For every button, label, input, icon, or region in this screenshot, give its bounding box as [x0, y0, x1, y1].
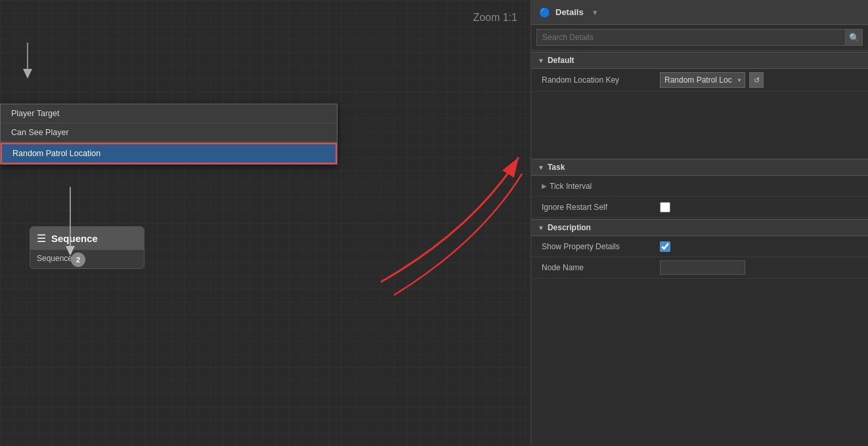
show-property-value: [660, 241, 861, 252]
node-name-label: Node Name: [542, 263, 660, 272]
ignore-restart-value: [660, 202, 861, 213]
ignore-restart-label: Ignore Restart Self: [542, 203, 660, 212]
random-location-key-label: Random Location Key: [542, 75, 660, 85]
node-name-value: [660, 260, 861, 275]
details-title-arrow: ▼: [592, 9, 599, 16]
annotation-arrow: [0, 0, 531, 446]
property-row-random-location-key: Random Location Key Random Patrol Loc Pl…: [531, 69, 868, 92]
details-titlebar: 🔵 Details ▼: [531, 0, 868, 25]
property-row-node-name: Node Name: [531, 257, 868, 279]
tick-interval-expand[interactable]: ▶: [542, 182, 547, 190]
zoom-label: Zoom 1:1: [473, 12, 517, 24]
ignore-restart-checkbox[interactable]: [660, 202, 670, 213]
property-row-tick-interval: ▶ Tick Interval: [531, 176, 868, 197]
search-button[interactable]: 🔍: [846, 29, 863, 46]
random-location-key-dropdown-wrapper[interactable]: Random Patrol Loc Player Target Can See …: [660, 72, 745, 88]
details-icon: 🔵: [539, 7, 550, 18]
search-input[interactable]: [536, 29, 846, 46]
random-location-key-select[interactable]: Random Patrol Loc Player Target Can See …: [660, 72, 745, 88]
sequence-icon: ☰: [37, 232, 46, 245]
section-description-arrow: ▼: [538, 224, 544, 232]
show-property-checkbox[interactable]: [660, 241, 670, 252]
random-location-key-reset[interactable]: ↺: [749, 72, 764, 88]
top-arrow: [18, 43, 37, 85]
random-location-key-value: Random Patrol Loc Player Target Can See …: [660, 72, 861, 88]
sequence-subtitle: Sequence: [37, 254, 72, 263]
details-panel: 🔵 Details ▼ 🔍 ▼ Default Random Location …: [531, 0, 868, 446]
task-badge: 2: [71, 253, 85, 267]
section-task-arrow: ▼: [538, 164, 544, 171]
sequence-node-body: Sequence: [30, 250, 144, 268]
sequence-node-title: Sequence: [51, 233, 98, 244]
tick-interval-label: Tick Interval: [550, 182, 668, 191]
property-row-ignore-restart: Ignore Restart Self: [531, 197, 868, 218]
section-task[interactable]: ▼ Task: [531, 159, 868, 176]
section-default[interactable]: ▼ Default: [531, 52, 868, 69]
section-description-label: Description: [548, 223, 591, 232]
svg-marker-1: [23, 69, 32, 79]
section-description[interactable]: ▼ Description: [531, 219, 868, 236]
search-bar: 🔍: [531, 25, 868, 51]
connections-svg: [0, 0, 531, 446]
details-content: ▼ Default Random Location Key Random Pat…: [531, 51, 868, 446]
section-task-label: Task: [548, 163, 565, 172]
section-default-arrow: ▼: [538, 57, 544, 64]
section-default-label: Default: [548, 56, 575, 65]
graph-canvas[interactable]: Zoom 1:1 ☰ Sequence Sequence 1 ≡▶: [0, 0, 531, 446]
details-title: Details: [555, 7, 584, 17]
show-property-label: Show Property Details: [542, 242, 660, 251]
sequence-node-header: ☰ Sequence: [30, 227, 144, 250]
property-row-show-property: Show Property Details: [531, 236, 868, 257]
node-name-input[interactable]: [660, 260, 745, 275]
